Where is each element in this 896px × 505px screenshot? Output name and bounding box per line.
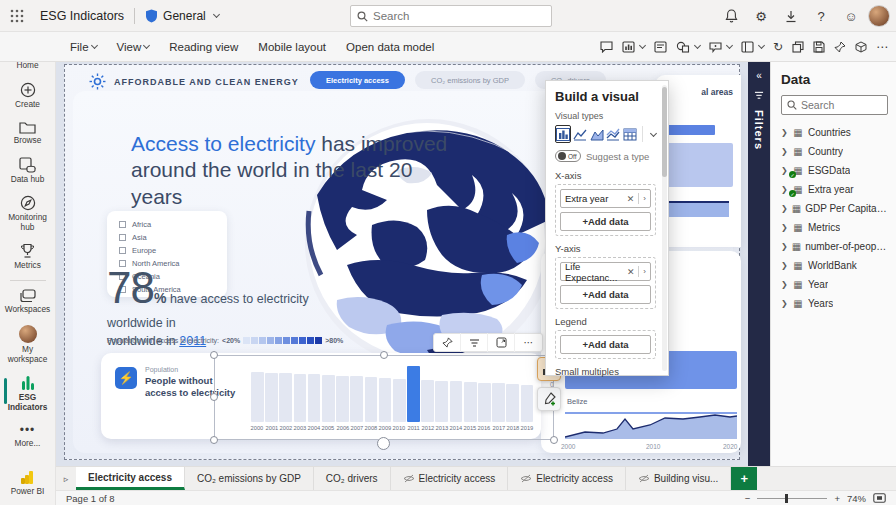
resize-handle[interactable] — [210, 351, 218, 359]
sidebar-item-esg-indicators[interactable]: ESG Indicators — [2, 370, 54, 418]
bar-column[interactable]: 2000 — [251, 361, 264, 431]
bar[interactable] — [350, 376, 363, 422]
bar-column[interactable]: 2004 — [308, 361, 321, 431]
data-table-country[interactable]: ❯▦Country — [781, 142, 888, 161]
zoom-slider[interactable] — [757, 498, 827, 499]
pill-co2-emissions[interactable]: CO₂ emissions by GDP — [415, 71, 525, 89]
data-table-years[interactable]: ❯▦Years — [781, 294, 888, 313]
sidebar-item-workspaces[interactable]: Workspaces — [2, 284, 54, 321]
bar[interactable] — [322, 375, 335, 422]
shapes-icon[interactable] — [676, 41, 700, 53]
bar-column[interactable]: 2016 — [478, 361, 491, 431]
more-options-icon[interactable]: ⋯ — [515, 333, 542, 352]
checkbox-icon[interactable] — [119, 234, 126, 241]
bar[interactable] — [435, 381, 448, 422]
resize-handle[interactable] — [210, 393, 218, 401]
sidebar-item-create[interactable]: Create — [2, 77, 54, 116]
filters-pane-collapsed[interactable]: « Filters — [748, 62, 770, 466]
visual-type-area-chart[interactable] — [590, 125, 605, 143]
sidebar-item-more[interactable]: ••• More... — [2, 418, 54, 455]
remove-field-icon[interactable]: ✕ — [627, 267, 635, 277]
waffle-menu-icon[interactable] — [0, 9, 34, 23]
bar[interactable] — [464, 382, 477, 422]
user-avatar[interactable] — [868, 5, 890, 27]
zoom-in-button[interactable]: + — [834, 493, 840, 504]
bar-column[interactable]: 2017 — [492, 361, 505, 431]
bar[interactable] — [379, 378, 392, 422]
bar[interactable] — [336, 376, 349, 422]
visual-type-line-chart[interactable] — [573, 125, 588, 143]
menu-file[interactable]: File — [70, 41, 97, 53]
data-table-metrics[interactable]: ❯▦Metrics — [781, 218, 888, 237]
bar-column[interactable]: 2010 — [393, 361, 406, 431]
tab-building-visual[interactable]: Building visu... — [626, 467, 731, 490]
resize-handle[interactable] — [550, 436, 558, 444]
data-table-year[interactable]: ❯▦Year — [781, 275, 888, 294]
suggest-type-toggle[interactable]: Off — [555, 150, 581, 162]
tab-electricity-access[interactable]: Electricity access — [76, 467, 185, 490]
resize-handle[interactable] — [210, 436, 218, 444]
visual-type-matrix[interactable] — [623, 125, 638, 143]
data-table-number-of-people[interactable]: ❯▦number-of-people-with... — [781, 237, 888, 256]
region-checkbox-item[interactable]: Europe — [119, 244, 227, 256]
download-icon[interactable] — [778, 3, 804, 29]
comment-icon[interactable] — [600, 41, 613, 53]
zoom-slider-thumb[interactable] — [785, 494, 788, 503]
menu-reading-view[interactable]: Reading view — [169, 41, 238, 53]
notifications-bell-icon[interactable] — [718, 3, 744, 29]
drag-handle[interactable] — [377, 437, 390, 450]
zoom-out-button[interactable]: − — [745, 493, 751, 504]
bar-column[interactable]: 2003 — [294, 361, 307, 431]
fit-to-page-icon[interactable] — [873, 493, 886, 503]
environment-selector[interactable]: General — [145, 9, 219, 23]
save-icon[interactable] — [813, 41, 825, 53]
field-extra-year[interactable]: Extra year ✕ › — [560, 189, 651, 208]
page-layout-icon[interactable] — [741, 41, 764, 53]
bar-column[interactable]: 2006 — [336, 361, 349, 431]
data-table-gdp-co2[interactable]: ❯▦GDP Per Capita vs CO2 ... — [781, 199, 888, 218]
data-table-esgdata[interactable]: ❯▦✓ESGData — [781, 161, 888, 180]
tab-electricity-access-hidden[interactable]: Electricity access — [391, 467, 509, 490]
new-page-button[interactable]: + — [731, 467, 757, 490]
bar-column[interactable]: 2005 — [322, 361, 335, 431]
menu-mobile-layout[interactable]: Mobile layout — [258, 41, 326, 53]
scrollbar-thumb[interactable] — [662, 87, 667, 177]
field-options-chevron[interactable]: › — [643, 194, 646, 203]
report-canvas[interactable]: AFFORDABLE AND CLEAN ENERGY Electricity … — [56, 62, 748, 466]
bar[interactable] — [365, 377, 378, 422]
bar-column[interactable]: 2018 — [506, 361, 519, 431]
feedback-smiley-icon[interactable]: ☺ — [838, 3, 864, 29]
pin-icon[interactable] — [834, 41, 846, 53]
year-bar-chart[interactable]: 2000 2001 2002 2003 — [251, 361, 533, 431]
menu-view[interactable]: View — [117, 41, 150, 53]
bar-column[interactable]: 2014 — [450, 361, 463, 431]
bar[interactable] — [506, 384, 519, 422]
power-bi-apps-icon[interactable] — [855, 41, 867, 53]
add-data-button[interactable]: +Add data — [560, 285, 651, 304]
bar-column[interactable]: 2013 — [435, 361, 448, 431]
region-checkbox-item[interactable]: Asia — [119, 231, 227, 243]
data-search-input[interactable] — [801, 99, 881, 111]
bar-column[interactable]: 2019 — [521, 361, 534, 431]
bar[interactable] — [265, 373, 278, 422]
search-input[interactable] — [373, 10, 533, 22]
sidebar-item-my-workspace[interactable]: My workspace — [2, 320, 54, 370]
expand-pane-icon[interactable]: « — [756, 70, 762, 81]
menu-open-data-model[interactable]: Open data model — [346, 41, 434, 53]
bar-column[interactable]: 2007 — [350, 361, 363, 431]
bar-column[interactable]: 2011 — [407, 361, 420, 431]
add-data-button[interactable]: +Add data — [560, 212, 651, 231]
text-box-icon[interactable] — [654, 41, 667, 53]
checkbox-icon[interactable] — [119, 247, 126, 254]
new-visual-icon[interactable] — [622, 41, 645, 53]
bar-column[interactable]: 2008 — [365, 361, 378, 431]
bar[interactable] — [393, 379, 406, 422]
bar[interactable] — [478, 383, 491, 422]
focus-mode-icon[interactable] — [488, 333, 515, 352]
region-checkbox-item[interactable]: Africa — [119, 218, 227, 230]
data-table-extra-year[interactable]: ❯▦✓Extra year — [781, 180, 888, 199]
refresh-icon[interactable]: ↻ — [773, 40, 783, 54]
sidebar-item-monitoring-hub[interactable]: Monitoring hub — [2, 190, 54, 238]
bar[interactable] — [308, 374, 321, 422]
data-search[interactable] — [781, 95, 888, 115]
